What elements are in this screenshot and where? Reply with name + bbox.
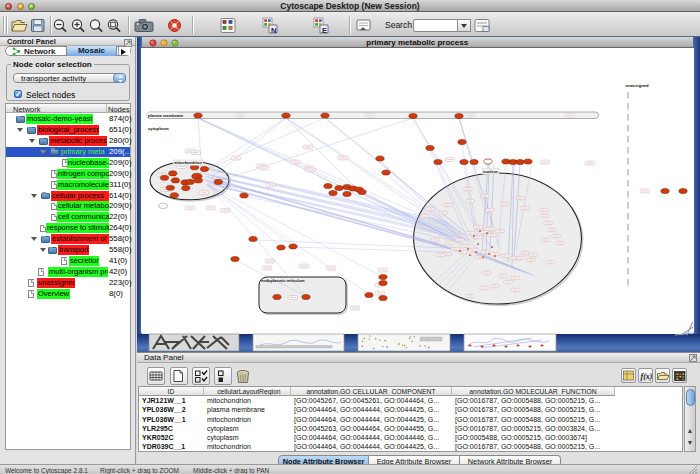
svg-text:endoplasmic reticulum: endoplasmic reticulum	[261, 278, 305, 283]
svg-text:N: N	[271, 26, 276, 35]
svg-text:nucleus: nucleus	[483, 169, 499, 174]
svg-text:f(x): f(x)	[641, 372, 653, 381]
svg-text:unassigned: unassigned	[625, 83, 649, 88]
svg-text:cytoplasm: cytoplasm	[148, 126, 169, 131]
svg-text:mitochondrion: mitochondrion	[174, 160, 203, 165]
svg-text:E: E	[322, 26, 327, 35]
svg-text:plasma membrane: plasma membrane	[148, 113, 184, 118]
